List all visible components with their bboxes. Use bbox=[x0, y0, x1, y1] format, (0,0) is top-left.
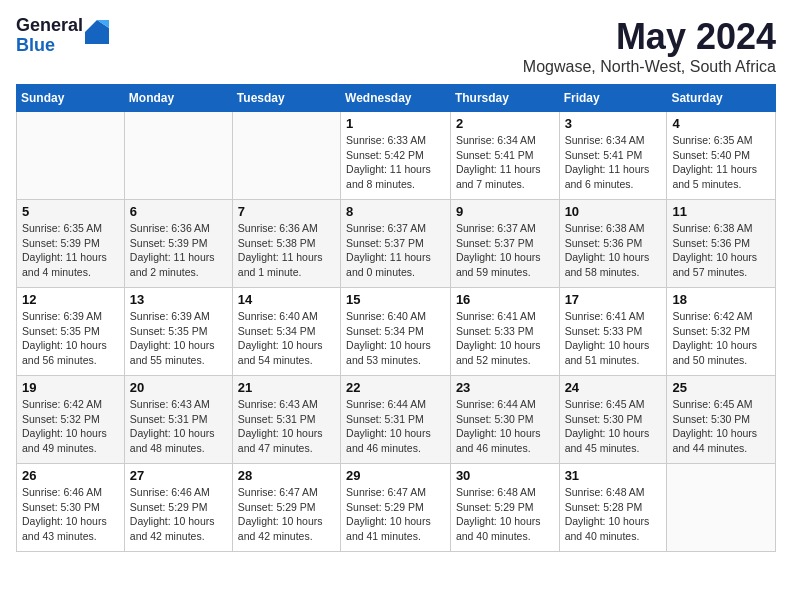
calendar-cell: 21Sunrise: 6:43 AM Sunset: 5:31 PM Dayli… bbox=[232, 376, 340, 464]
day-info: Sunrise: 6:46 AM Sunset: 5:30 PM Dayligh… bbox=[22, 485, 119, 544]
day-info: Sunrise: 6:40 AM Sunset: 5:34 PM Dayligh… bbox=[346, 309, 445, 368]
calendar-cell: 19Sunrise: 6:42 AM Sunset: 5:32 PM Dayli… bbox=[17, 376, 125, 464]
calendar-cell: 1Sunrise: 6:33 AM Sunset: 5:42 PM Daylig… bbox=[341, 112, 451, 200]
day-number: 5 bbox=[22, 204, 119, 219]
calendar-cell: 2Sunrise: 6:34 AM Sunset: 5:41 PM Daylig… bbox=[450, 112, 559, 200]
day-number: 25 bbox=[672, 380, 770, 395]
calendar-cell bbox=[232, 112, 340, 200]
calendar-cell: 27Sunrise: 6:46 AM Sunset: 5:29 PM Dayli… bbox=[124, 464, 232, 552]
day-info: Sunrise: 6:42 AM Sunset: 5:32 PM Dayligh… bbox=[672, 309, 770, 368]
calendar-cell: 30Sunrise: 6:48 AM Sunset: 5:29 PM Dayli… bbox=[450, 464, 559, 552]
calendar-week-row: 12Sunrise: 6:39 AM Sunset: 5:35 PM Dayli… bbox=[17, 288, 776, 376]
day-number: 4 bbox=[672, 116, 770, 131]
calendar-cell: 3Sunrise: 6:34 AM Sunset: 5:41 PM Daylig… bbox=[559, 112, 667, 200]
calendar-cell: 24Sunrise: 6:45 AM Sunset: 5:30 PM Dayli… bbox=[559, 376, 667, 464]
day-info: Sunrise: 6:48 AM Sunset: 5:29 PM Dayligh… bbox=[456, 485, 554, 544]
calendar-week-row: 1Sunrise: 6:33 AM Sunset: 5:42 PM Daylig… bbox=[17, 112, 776, 200]
day-info: Sunrise: 6:43 AM Sunset: 5:31 PM Dayligh… bbox=[130, 397, 227, 456]
day-info: Sunrise: 6:39 AM Sunset: 5:35 PM Dayligh… bbox=[130, 309, 227, 368]
day-info: Sunrise: 6:37 AM Sunset: 5:37 PM Dayligh… bbox=[346, 221, 445, 280]
calendar-cell: 31Sunrise: 6:48 AM Sunset: 5:28 PM Dayli… bbox=[559, 464, 667, 552]
day-info: Sunrise: 6:39 AM Sunset: 5:35 PM Dayligh… bbox=[22, 309, 119, 368]
calendar-cell: 25Sunrise: 6:45 AM Sunset: 5:30 PM Dayli… bbox=[667, 376, 776, 464]
day-info: Sunrise: 6:47 AM Sunset: 5:29 PM Dayligh… bbox=[238, 485, 335, 544]
day-info: Sunrise: 6:42 AM Sunset: 5:32 PM Dayligh… bbox=[22, 397, 119, 456]
calendar-week-row: 26Sunrise: 6:46 AM Sunset: 5:30 PM Dayli… bbox=[17, 464, 776, 552]
day-info: Sunrise: 6:38 AM Sunset: 5:36 PM Dayligh… bbox=[672, 221, 770, 280]
day-number: 3 bbox=[565, 116, 662, 131]
day-info: Sunrise: 6:38 AM Sunset: 5:36 PM Dayligh… bbox=[565, 221, 662, 280]
calendar-cell: 7Sunrise: 6:36 AM Sunset: 5:38 PM Daylig… bbox=[232, 200, 340, 288]
calendar-cell: 23Sunrise: 6:44 AM Sunset: 5:30 PM Dayli… bbox=[450, 376, 559, 464]
day-number: 18 bbox=[672, 292, 770, 307]
day-info: Sunrise: 6:34 AM Sunset: 5:41 PM Dayligh… bbox=[565, 133, 662, 192]
calendar-cell: 4Sunrise: 6:35 AM Sunset: 5:40 PM Daylig… bbox=[667, 112, 776, 200]
day-number: 12 bbox=[22, 292, 119, 307]
day-number: 21 bbox=[238, 380, 335, 395]
calendar-cell: 14Sunrise: 6:40 AM Sunset: 5:34 PM Dayli… bbox=[232, 288, 340, 376]
calendar-cell bbox=[17, 112, 125, 200]
day-info: Sunrise: 6:37 AM Sunset: 5:37 PM Dayligh… bbox=[456, 221, 554, 280]
calendar-cell: 29Sunrise: 6:47 AM Sunset: 5:29 PM Dayli… bbox=[341, 464, 451, 552]
day-number: 7 bbox=[238, 204, 335, 219]
calendar-cell: 17Sunrise: 6:41 AM Sunset: 5:33 PM Dayli… bbox=[559, 288, 667, 376]
day-number: 10 bbox=[565, 204, 662, 219]
calendar-cell: 11Sunrise: 6:38 AM Sunset: 5:36 PM Dayli… bbox=[667, 200, 776, 288]
calendar-cell: 8Sunrise: 6:37 AM Sunset: 5:37 PM Daylig… bbox=[341, 200, 451, 288]
day-number: 17 bbox=[565, 292, 662, 307]
page-header: General Blue May 2024 Mogwase, North-Wes… bbox=[16, 16, 776, 76]
day-number: 6 bbox=[130, 204, 227, 219]
day-number: 11 bbox=[672, 204, 770, 219]
day-info: Sunrise: 6:34 AM Sunset: 5:41 PM Dayligh… bbox=[456, 133, 554, 192]
calendar-cell bbox=[124, 112, 232, 200]
day-info: Sunrise: 6:43 AM Sunset: 5:31 PM Dayligh… bbox=[238, 397, 335, 456]
weekday-header-wednesday: Wednesday bbox=[341, 85, 451, 112]
day-info: Sunrise: 6:41 AM Sunset: 5:33 PM Dayligh… bbox=[565, 309, 662, 368]
calendar-cell: 10Sunrise: 6:38 AM Sunset: 5:36 PM Dayli… bbox=[559, 200, 667, 288]
calendar-cell: 12Sunrise: 6:39 AM Sunset: 5:35 PM Dayli… bbox=[17, 288, 125, 376]
day-number: 20 bbox=[130, 380, 227, 395]
logo-general: General bbox=[16, 16, 83, 36]
day-number: 19 bbox=[22, 380, 119, 395]
calendar-cell: 22Sunrise: 6:44 AM Sunset: 5:31 PM Dayli… bbox=[341, 376, 451, 464]
weekday-header-thursday: Thursday bbox=[450, 85, 559, 112]
month-title: May 2024 bbox=[523, 16, 776, 58]
day-number: 28 bbox=[238, 468, 335, 483]
weekday-header-monday: Monday bbox=[124, 85, 232, 112]
calendar-table: SundayMondayTuesdayWednesdayThursdayFrid… bbox=[16, 84, 776, 552]
weekday-header-friday: Friday bbox=[559, 85, 667, 112]
calendar-cell: 5Sunrise: 6:35 AM Sunset: 5:39 PM Daylig… bbox=[17, 200, 125, 288]
calendar-cell: 6Sunrise: 6:36 AM Sunset: 5:39 PM Daylig… bbox=[124, 200, 232, 288]
logo-icon bbox=[85, 20, 109, 44]
day-info: Sunrise: 6:48 AM Sunset: 5:28 PM Dayligh… bbox=[565, 485, 662, 544]
day-number: 23 bbox=[456, 380, 554, 395]
day-info: Sunrise: 6:45 AM Sunset: 5:30 PM Dayligh… bbox=[672, 397, 770, 456]
day-number: 9 bbox=[456, 204, 554, 219]
logo: General Blue bbox=[16, 16, 109, 56]
calendar-cell: 20Sunrise: 6:43 AM Sunset: 5:31 PM Dayli… bbox=[124, 376, 232, 464]
calendar-header: SundayMondayTuesdayWednesdayThursdayFrid… bbox=[17, 85, 776, 112]
calendar-cell: 16Sunrise: 6:41 AM Sunset: 5:33 PM Dayli… bbox=[450, 288, 559, 376]
day-number: 16 bbox=[456, 292, 554, 307]
calendar-cell: 13Sunrise: 6:39 AM Sunset: 5:35 PM Dayli… bbox=[124, 288, 232, 376]
day-info: Sunrise: 6:41 AM Sunset: 5:33 PM Dayligh… bbox=[456, 309, 554, 368]
day-info: Sunrise: 6:33 AM Sunset: 5:42 PM Dayligh… bbox=[346, 133, 445, 192]
day-info: Sunrise: 6:47 AM Sunset: 5:29 PM Dayligh… bbox=[346, 485, 445, 544]
day-number: 8 bbox=[346, 204, 445, 219]
day-number: 14 bbox=[238, 292, 335, 307]
calendar-cell: 26Sunrise: 6:46 AM Sunset: 5:30 PM Dayli… bbox=[17, 464, 125, 552]
calendar-week-row: 19Sunrise: 6:42 AM Sunset: 5:32 PM Dayli… bbox=[17, 376, 776, 464]
location-title: Mogwase, North-West, South Africa bbox=[523, 58, 776, 76]
calendar-cell: 18Sunrise: 6:42 AM Sunset: 5:32 PM Dayli… bbox=[667, 288, 776, 376]
logo-blue: Blue bbox=[16, 36, 83, 56]
day-number: 2 bbox=[456, 116, 554, 131]
calendar-cell: 9Sunrise: 6:37 AM Sunset: 5:37 PM Daylig… bbox=[450, 200, 559, 288]
day-number: 13 bbox=[130, 292, 227, 307]
day-info: Sunrise: 6:35 AM Sunset: 5:40 PM Dayligh… bbox=[672, 133, 770, 192]
weekday-header-row: SundayMondayTuesdayWednesdayThursdayFrid… bbox=[17, 85, 776, 112]
calendar-week-row: 5Sunrise: 6:35 AM Sunset: 5:39 PM Daylig… bbox=[17, 200, 776, 288]
day-number: 1 bbox=[346, 116, 445, 131]
weekday-header-saturday: Saturday bbox=[667, 85, 776, 112]
day-number: 24 bbox=[565, 380, 662, 395]
day-info: Sunrise: 6:36 AM Sunset: 5:39 PM Dayligh… bbox=[130, 221, 227, 280]
